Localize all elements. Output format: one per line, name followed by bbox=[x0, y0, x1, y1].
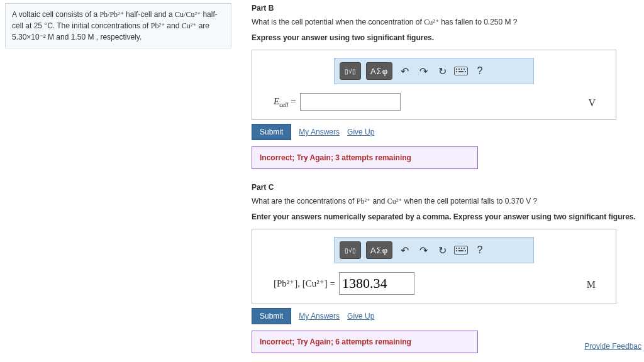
part-b-my-answers-link[interactable]: My Answers bbox=[299, 128, 340, 136]
redo-icon[interactable]: ↷ bbox=[416, 64, 430, 78]
desc-text-4: and bbox=[167, 21, 181, 30]
species-cu2: Cu²⁺ bbox=[182, 21, 197, 30]
greek-button[interactable]: ΑΣφ bbox=[366, 241, 392, 259]
part-c-toolbar: ▯√▯ ΑΣφ ↶ ↷ ↻ ? bbox=[334, 237, 534, 263]
part-c-my-answers-link[interactable]: My Answers bbox=[299, 312, 340, 321]
part-b-toolbar: ▯√▯ ΑΣφ ↶ ↷ ↻ ? bbox=[334, 58, 534, 84]
q-c-species-1: Pb²⁺ bbox=[357, 197, 370, 206]
part-c-submit-button[interactable]: Submit bbox=[252, 308, 291, 324]
q-c-post: when the cell potential falls to 0.370 V… bbox=[404, 197, 537, 206]
problem-description: A voltaic cell consists of a Pb/Pb²⁺ hal… bbox=[5, 3, 231, 48]
part-c-unit: M bbox=[587, 279, 608, 290]
species-pb-pb2: Pb/Pb²⁺ bbox=[99, 10, 123, 19]
part-b-answer-box: ▯√▯ ΑΣφ ↶ ↷ ↻ ? Ecell = V bbox=[252, 50, 616, 120]
part-b-question: What is the cell potential when the conc… bbox=[252, 18, 641, 27]
templates-button[interactable]: ▯√▯ bbox=[340, 62, 361, 80]
part-c-input-row: [Pb²⁺], [Cu²⁺] = M bbox=[260, 272, 608, 297]
part-c-question: What are the concentrations of Pb²⁺ and … bbox=[252, 197, 641, 206]
q-b-species: Cu²⁺ bbox=[424, 18, 439, 26]
templates-icon: ▯√▯ bbox=[345, 68, 356, 75]
reset-icon[interactable]: ↻ bbox=[435, 243, 449, 257]
column-divider bbox=[244, 0, 245, 362]
help-icon[interactable]: ? bbox=[473, 243, 487, 257]
part-c-answer-box: ▯√▯ ΑΣφ ↶ ↷ ↻ ? [Pb²⁺], [Cu²⁺] = M bbox=[252, 229, 616, 304]
part-b-header: Part B bbox=[252, 4, 641, 13]
part-b-answer-input[interactable] bbox=[300, 93, 401, 111]
undo-icon[interactable]: ↶ bbox=[397, 243, 411, 257]
part-b-submit-button[interactable]: Submit bbox=[252, 124, 291, 140]
desc-text-2: half-cell and a bbox=[126, 10, 175, 19]
desc-text-1: A voltaic cell consists of a bbox=[12, 10, 99, 19]
part-b-button-row: Submit My Answers Give Up bbox=[252, 124, 641, 140]
part-b-instruction: Express your answer using two significan… bbox=[252, 33, 641, 42]
part-c-var-label: [Pb²⁺], [Cu²⁺] = bbox=[274, 278, 335, 289]
part-b-unit: V bbox=[588, 97, 608, 109]
templates-icon: ▯√▯ bbox=[345, 247, 356, 254]
species-cu-cu2: Cu/Cu²⁺ bbox=[175, 10, 201, 19]
help-icon[interactable]: ? bbox=[473, 64, 487, 78]
keyboard-icon[interactable] bbox=[454, 64, 468, 78]
part-c-answer-input[interactable] bbox=[339, 272, 414, 295]
reset-icon[interactable]: ↻ bbox=[435, 64, 449, 78]
q-c-mid: and bbox=[372, 197, 387, 206]
part-b-feedback: Incorrect; Try Again; 3 attempts remaini… bbox=[252, 146, 478, 169]
part-c-header: Part C bbox=[252, 183, 641, 192]
provide-feedback-link[interactable]: Provide Feedbac bbox=[584, 342, 641, 351]
templates-button[interactable]: ▯√▯ bbox=[340, 241, 361, 259]
part-b-give-up-link[interactable]: Give Up bbox=[347, 128, 374, 136]
greek-button[interactable]: ΑΣφ bbox=[366, 62, 392, 80]
q-b-post: has fallen to 0.250 M ? bbox=[441, 18, 517, 26]
q-b-pre: What is the cell potential when the conc… bbox=[252, 18, 424, 26]
part-b-input-row: Ecell = V bbox=[260, 93, 608, 113]
part-c-feedback: Incorrect; Try Again; 6 attempts remaini… bbox=[252, 331, 478, 353]
redo-icon[interactable]: ↷ bbox=[416, 243, 430, 257]
part-b-var-label: Ecell = bbox=[274, 96, 296, 108]
species-pb2: Pb²⁺ bbox=[151, 21, 165, 30]
part-c-give-up-link[interactable]: Give Up bbox=[347, 312, 374, 321]
right-panel: Part B What is the cell potential when t… bbox=[252, 0, 641, 353]
q-c-species-2: Cu²⁺ bbox=[387, 197, 402, 206]
q-c-pre: What are the concentrations of bbox=[252, 197, 357, 206]
part-c-button-row: Submit My Answers Give Up bbox=[252, 308, 641, 324]
keyboard-icon[interactable] bbox=[454, 243, 468, 257]
undo-icon[interactable]: ↶ bbox=[397, 64, 411, 78]
part-c-instruction: Enter your answers numerically separated… bbox=[252, 212, 641, 221]
